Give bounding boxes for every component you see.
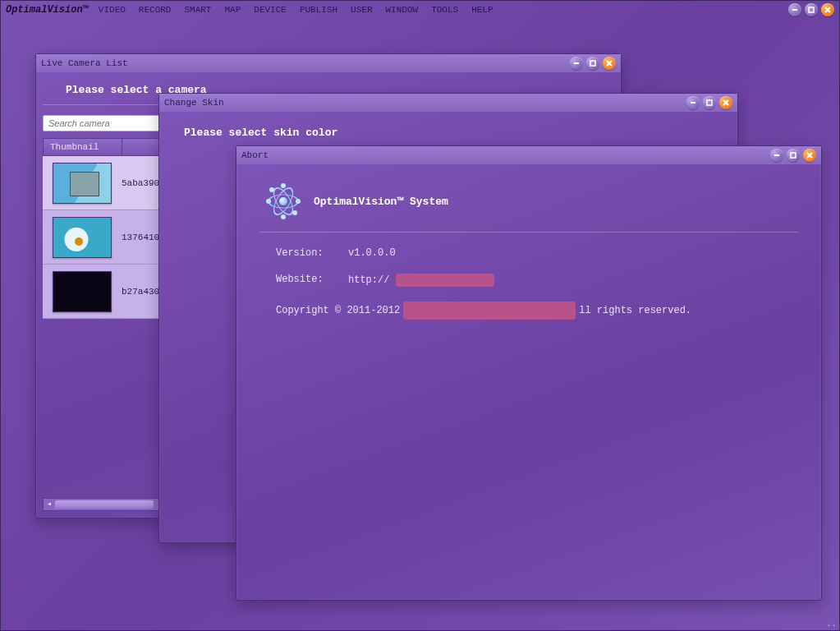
- version-label: Version:: [276, 247, 333, 259]
- skin-titlebar[interactable]: Change Skin: [159, 94, 737, 112]
- main-menu: VIDEO RECORD SMART MAP DEVICE PUBLISH US…: [99, 5, 493, 15]
- abort-maximize-button[interactable]: [787, 149, 800, 162]
- divider: [259, 232, 798, 233]
- copyright-prefix: Copyright © 2011-2012: [276, 305, 400, 316]
- menu-publish[interactable]: PUBLISH: [300, 5, 337, 15]
- camera-name: b27a430: [122, 287, 159, 297]
- redacted-text: [396, 274, 494, 287]
- skin-heading: Please select skin color: [159, 112, 737, 149]
- camera-thumbnail-icon: [53, 217, 112, 258]
- svg-rect-13: [791, 153, 796, 158]
- scroll-handle[interactable]: [55, 500, 154, 509]
- website-label: Website:: [276, 274, 333, 287]
- live-close-button[interactable]: [603, 57, 616, 70]
- camera-thumbnail-icon: [53, 271, 112, 312]
- menu-smart[interactable]: SMART: [184, 5, 211, 15]
- camera-thumbnail-icon: [53, 163, 112, 204]
- svg-rect-5: [590, 61, 595, 66]
- menu-window[interactable]: WINDOW: [386, 5, 419, 15]
- copyright-suffix: ll rights reserved.: [579, 305, 691, 316]
- menu-user[interactable]: USER: [351, 5, 372, 15]
- skin-close-button[interactable]: [719, 96, 732, 109]
- live-maximize-button[interactable]: [586, 57, 599, 70]
- abort-minimize-button[interactable]: [770, 149, 783, 162]
- svg-rect-1: [809, 7, 814, 12]
- skin-maximize-button[interactable]: [703, 96, 716, 109]
- menu-tools[interactable]: TOOLS: [431, 5, 458, 15]
- live-camera-titlebar[interactable]: Live Camera List: [36, 54, 621, 72]
- version-value: v1.0.0.0: [348, 247, 396, 259]
- svg-rect-9: [707, 100, 712, 105]
- resize-grip-icon[interactable]: ..:​: [826, 619, 838, 630]
- scroll-left-icon[interactable]: ◂: [44, 499, 55, 510]
- app-minimize-button[interactable]: [788, 3, 801, 16]
- atom-logo-icon: [266, 184, 301, 219]
- live-minimize-button[interactable]: [570, 57, 583, 70]
- search-input[interactable]: [43, 115, 164, 131]
- system-title: OptimalVision™ System: [314, 196, 448, 208]
- abort-title: Abort: [241, 150, 269, 160]
- menu-record[interactable]: RECORD: [139, 5, 172, 15]
- app-titlebar: OptimalVision™ VIDEO RECORD SMART MAP DE…: [1, 1, 839, 19]
- skin-title: Change Skin: [164, 98, 224, 108]
- menu-help[interactable]: HELP: [471, 5, 493, 15]
- camera-name: 5aba390: [122, 178, 159, 188]
- website-value[interactable]: http://: [348, 274, 494, 287]
- menu-map[interactable]: MAP: [224, 5, 241, 15]
- app-brand: OptimalVision™: [6, 4, 89, 16]
- abort-titlebar[interactable]: Abort: [236, 146, 821, 164]
- col-thumbnail[interactable]: Thumbnail: [44, 139, 122, 155]
- camera-name: 1376410: [122, 233, 159, 242]
- redacted-text: [403, 302, 576, 320]
- abort-window: Abort OptimalVision™ System Version: v1.…: [236, 145, 822, 601]
- live-camera-title: Live Camera List: [41, 58, 128, 68]
- app-maximize-button[interactable]: [805, 3, 818, 16]
- menu-video[interactable]: VIDEO: [99, 5, 126, 15]
- app-close-button[interactable]: [821, 3, 834, 16]
- abort-close-button[interactable]: [803, 149, 816, 162]
- menu-device[interactable]: DEVICE: [254, 5, 287, 15]
- copyright-line: Copyright © 2011-2012 ll rights reserved…: [276, 302, 798, 320]
- website-prefix: http://: [348, 274, 389, 286]
- skin-minimize-button[interactable]: [686, 96, 700, 109]
